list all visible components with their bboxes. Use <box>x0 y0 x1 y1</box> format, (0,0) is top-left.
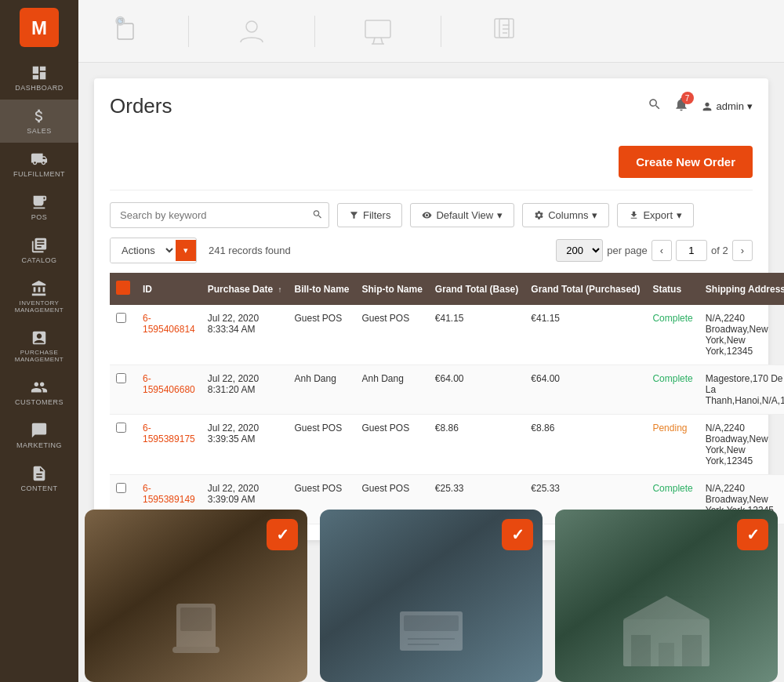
svg-text:M: M <box>31 17 47 38</box>
notification-button[interactable]: 7 <box>673 96 689 116</box>
table-row: 6-1595406680 Jul 22, 2020 8:31:20 AM Anh… <box>110 365 784 415</box>
prev-page-button[interactable]: ‹ <box>652 240 672 261</box>
table-header-id[interactable]: ID <box>136 273 201 305</box>
row-shipping-address-1: Magestore,170 De La Thanh,Hanoi,N/A,1000… <box>699 365 784 415</box>
admin-chevron-icon: ▾ <box>747 100 753 112</box>
records-count: 241 records found <box>209 245 291 256</box>
table-header-checkbox[interactable] <box>110 273 136 305</box>
table-header-bill-to[interactable]: Bill-to Name <box>288 273 355 305</box>
svg-rect-11 <box>495 19 509 38</box>
photo-card-warehouse: ✓ <box>555 510 778 682</box>
svg-rect-27 <box>682 635 702 666</box>
view-button[interactable]: Default View ▾ <box>410 203 514 227</box>
filters-label: Filters <box>363 209 390 221</box>
main-content: Orders 7 admin ▾ Create New Order <box>94 78 768 540</box>
sidebar-item-inventory[interactable]: INVENTORY MANAGEMENT <box>0 272 78 321</box>
svg-rect-18 <box>172 647 220 653</box>
export-button[interactable]: Export ▾ <box>617 203 694 227</box>
row-id-0[interactable]: 6-1595406814 <box>136 305 201 365</box>
row-grand-total-purchased-1: €64.00 <box>524 365 646 415</box>
actions-select[interactable]: Actions <box>111 238 176 263</box>
search-wrapper <box>110 202 329 228</box>
columns-button[interactable]: Columns ▾ <box>522 203 609 227</box>
actions-dropdown-button[interactable]: ▾ <box>176 240 196 261</box>
sidebar-item-purchase-label: PURCHASE MANAGEMENT <box>4 349 74 363</box>
next-page-button[interactable]: › <box>732 240 753 261</box>
sidebar-item-purchase[interactable]: PURCHASE MANAGEMENT <box>0 321 78 371</box>
sidebar-item-fulfillment[interactable]: FULFILLMENT <box>0 143 78 186</box>
create-order-row: Create New Order <box>110 134 753 190</box>
table-header-row: ID Purchase Date ↑ Bill-to Name Ship-to … <box>110 273 784 305</box>
view-label: Default View <box>436 209 493 221</box>
page-title: Orders <box>110 94 172 118</box>
page-number-input[interactable] <box>676 240 707 261</box>
table-header-grand-total-base[interactable]: Grand Total (Base) <box>429 273 524 305</box>
sidebar-item-pos[interactable]: POS <box>0 186 78 229</box>
svg-marker-24 <box>623 596 710 619</box>
columns-chevron-icon: ▾ <box>592 209 597 221</box>
per-page-select[interactable]: 200 <box>556 239 603 262</box>
row-checkbox-input-2[interactable] <box>116 423 126 433</box>
row-bill-to-1: Anh Dang <box>288 365 355 415</box>
row-status-1: Complete <box>646 365 699 415</box>
row-checkbox-input-0[interactable] <box>116 313 126 323</box>
admin-menu-button[interactable]: admin ▾ <box>701 100 753 113</box>
svg-rect-2 <box>118 24 133 39</box>
filter-bar: Filters Default View ▾ Columns ▾ Export … <box>110 202 753 228</box>
sidebar-item-marketing-label: MARKETING <box>16 441 62 449</box>
topbar-icon-cube <box>110 16 141 47</box>
orders-table: ID Purchase Date ↑ Bill-to Name Ship-to … <box>110 273 784 524</box>
sidebar-item-catalog[interactable]: CATALOG <box>0 229 78 272</box>
photo-card-warehouse-checkmark: ✓ <box>737 519 768 550</box>
table-header-ship-to[interactable]: Ship-to Name <box>355 273 428 305</box>
row-checkbox-2[interactable] <box>110 415 136 475</box>
sidebar: M DASHBOARD SALES FULFILLMENT POS CATALO… <box>0 0 78 682</box>
svg-rect-25 <box>631 635 651 666</box>
sidebar-item-pos-label: POS <box>31 213 48 221</box>
sidebar-item-content-label: CONTENT <box>21 484 58 492</box>
table-header-shipping-address[interactable]: Shipping Address <box>699 273 784 305</box>
sidebar-item-catalog-label: CATALOG <box>21 256 56 264</box>
svg-point-5 <box>121 18 123 20</box>
topbar-icon-person <box>236 16 267 47</box>
row-bill-to-0: Guest POS <box>288 305 355 365</box>
table-row: 6-1595389175 Jul 22, 2020 3:39:35 AM Gue… <box>110 415 784 475</box>
row-purchase-date-0: Jul 22, 2020 8:33:34 AM <box>201 305 289 365</box>
create-order-button[interactable]: Create New Order <box>619 146 753 178</box>
sidebar-item-customers[interactable]: CUSTOMERS <box>0 371 78 414</box>
row-ship-to-2: Guest POS <box>355 415 428 475</box>
pagination-wrapper: 200 per page ‹ of 2 › <box>556 239 753 262</box>
table-header-status[interactable]: Status <box>646 273 699 305</box>
row-purchase-date-1: Jul 22, 2020 8:31:20 AM <box>201 365 289 415</box>
topbar-icon-monitor <box>362 16 394 47</box>
row-id-2[interactable]: 6-1595389175 <box>136 415 201 475</box>
photo-cards-section: ✓ ✓ ✓ <box>78 510 784 682</box>
sidebar-item-marketing[interactable]: MARKETING <box>0 414 78 457</box>
topbar-icon-document <box>488 16 520 47</box>
sidebar-item-content[interactable]: CONTENT <box>0 457 78 500</box>
filters-button[interactable]: Filters <box>337 203 402 227</box>
header-search-button[interactable] <box>648 97 662 115</box>
per-page-label: per page <box>607 245 647 256</box>
row-grand-total-base-2: €8.86 <box>429 415 524 475</box>
row-id-1[interactable]: 6-1595406680 <box>136 365 201 415</box>
sidebar-item-dashboard[interactable]: DASHBOARD <box>0 56 78 100</box>
search-input[interactable] <box>110 202 329 228</box>
top-bar <box>78 0 784 63</box>
row-status-0: Complete <box>646 305 699 365</box>
sidebar-item-fulfillment-label: FULFILLMENT <box>13 170 65 178</box>
search-submit-button[interactable] <box>312 209 323 222</box>
row-checkbox-0[interactable] <box>110 305 136 365</box>
row-checkbox-input-3[interactable] <box>116 483 126 493</box>
row-bill-to-2: Guest POS <box>288 415 355 475</box>
row-checkbox-input-1[interactable] <box>116 373 126 383</box>
row-ship-to-0: Guest POS <box>355 305 428 365</box>
row-grand-total-purchased-2: €8.86 <box>524 415 646 475</box>
sidebar-logo[interactable]: M <box>20 8 59 50</box>
table-header-grand-total-purchased[interactable]: Grand Total (Purchased) <box>524 273 646 305</box>
sidebar-item-inventory-label: INVENTORY MANAGEMENT <box>4 299 74 314</box>
row-checkbox-1[interactable] <box>110 365 136 415</box>
table-header-purchase-date[interactable]: Purchase Date ↑ <box>201 273 289 305</box>
sidebar-item-sales[interactable]: SALES <box>0 100 78 143</box>
row-purchase-date-2: Jul 22, 2020 3:39:35 AM <box>201 415 289 475</box>
